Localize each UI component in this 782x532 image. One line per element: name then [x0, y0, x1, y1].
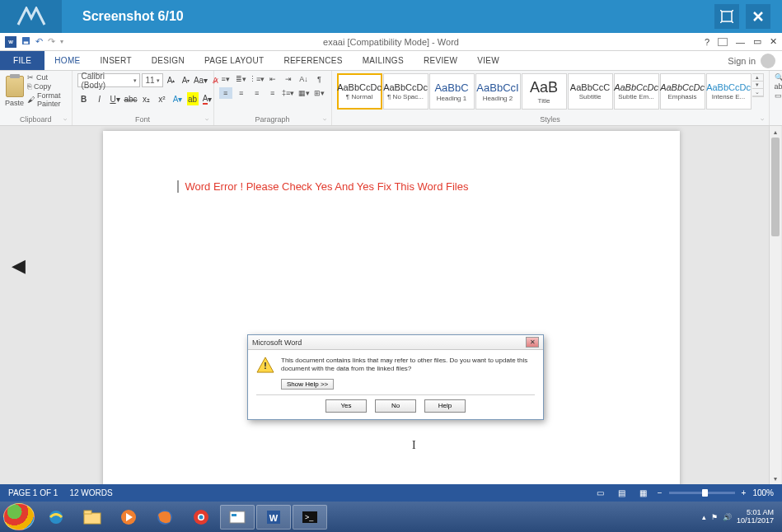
style-swatch[interactable]: AaBbCcCSubtitle: [568, 73, 613, 110]
taskbar-cmd[interactable]: >_: [293, 505, 327, 530]
multilevel-icon[interactable]: ⋮≡▾: [251, 73, 264, 85]
font-family-select[interactable]: Calibri (Body): [77, 73, 140, 87]
dialog-titlebar[interactable]: Microsoft Word ✕: [248, 335, 543, 350]
document-area[interactable]: Word Error ! Please Check Yes And Yes Fi…: [0, 126, 782, 484]
taskbar-firefox[interactable]: [148, 505, 182, 530]
shading-icon[interactable]: ▦▾: [297, 87, 311, 99]
align-left-icon[interactable]: ≡: [219, 87, 232, 99]
zoom-out-button[interactable]: −: [658, 488, 663, 497]
tab-insert[interactable]: INSERT: [91, 51, 142, 70]
style-swatch[interactable]: AaBbCcIHeading 2: [475, 73, 521, 110]
help-icon[interactable]: ?: [705, 37, 709, 47]
strike-button[interactable]: abc: [124, 92, 138, 105]
find-button[interactable]: 🔍Find ▾: [775, 73, 782, 82]
show-help-button[interactable]: Show Help >>: [281, 379, 334, 390]
taskbar-media[interactable]: [111, 505, 146, 530]
maximize-icon[interactable]: ▭: [753, 36, 761, 47]
subscript-button[interactable]: x₂: [140, 92, 153, 105]
grow-font-icon[interactable]: A▴: [165, 74, 178, 87]
tab-page-layout[interactable]: PAGE LAYOUT: [194, 51, 274, 70]
scroll-thumb[interactable]: [771, 138, 780, 236]
qat-save-icon[interactable]: [21, 36, 30, 47]
dialog-yes-button[interactable]: Yes: [325, 399, 367, 413]
status-words[interactable]: 12 WORDS: [69, 488, 112, 497]
close-button[interactable]: [746, 4, 770, 29]
highlight-icon[interactable]: ab: [187, 92, 199, 105]
align-center-icon[interactable]: ≡: [235, 87, 248, 99]
paste-button[interactable]: Paste: [5, 73, 24, 110]
window-close-icon[interactable]: ✕: [770, 36, 777, 47]
dialog-help-button[interactable]: Help: [424, 399, 466, 413]
taskbar-ie[interactable]: [39, 505, 73, 530]
fullscreen-button[interactable]: [714, 4, 739, 29]
dialog-close-button[interactable]: ✕: [526, 337, 539, 348]
font-color-icon[interactable]: A▾: [201, 92, 214, 105]
dialog-no-button[interactable]: No: [375, 399, 416, 413]
web-layout-icon[interactable]: ▦: [636, 488, 651, 499]
show-marks-icon[interactable]: ¶: [313, 73, 326, 85]
document-page[interactable]: Word Error ! Please Check Yes And Yes Fi…: [103, 131, 680, 484]
select-button[interactable]: ▭Select ▾: [775, 91, 782, 100]
avatar-icon[interactable]: [761, 54, 775, 68]
copy-button[interactable]: ⎘Copy: [27, 82, 67, 91]
tab-file[interactable]: FILE: [0, 51, 44, 70]
style-swatch[interactable]: AaBbCcDcIntense E...: [706, 73, 752, 110]
tab-home[interactable]: HOME: [44, 51, 90, 70]
replace-button[interactable]: abReplace: [775, 82, 782, 91]
taskbar-clock[interactable]: 5:01 AM 10/11/2017: [737, 509, 774, 525]
justify-icon[interactable]: ≡: [266, 87, 279, 99]
borders-icon[interactable]: ⊞▾: [313, 87, 326, 99]
tab-review[interactable]: REVIEW: [414, 51, 467, 70]
sort-icon[interactable]: A↓: [297, 73, 311, 85]
tab-references[interactable]: REFERENCES: [274, 51, 352, 70]
style-swatch[interactable]: AaBbCcDc¶ Normal: [337, 73, 382, 110]
text-effects-icon[interactable]: A▾: [171, 92, 185, 105]
numbering-icon[interactable]: ≣▾: [235, 73, 248, 85]
signin-link[interactable]: Sign in: [728, 56, 756, 66]
style-swatch[interactable]: AaBbCcDcEmphasis: [660, 73, 705, 110]
taskbar-word[interactable]: W: [256, 505, 291, 530]
style-swatch[interactable]: AaBbCcDcSubtle Em...: [614, 73, 659, 110]
tab-view[interactable]: VIEW: [467, 51, 509, 70]
style-swatch[interactable]: AaBbCcDc¶ No Spac...: [383, 73, 428, 110]
print-layout-icon[interactable]: ▤: [615, 488, 630, 499]
ribbon-display-icon[interactable]: [718, 38, 728, 46]
bold-button[interactable]: B: [77, 92, 91, 105]
zoom-slider[interactable]: [669, 492, 735, 494]
line-spacing-icon[interactable]: ‡≡▾: [282, 87, 295, 99]
decrease-indent-icon[interactable]: ⇤: [266, 73, 279, 85]
scroll-up-icon[interactable]: ▴: [770, 126, 781, 138]
qat-redo-icon[interactable]: ↷: [48, 36, 55, 47]
superscript-button[interactable]: x²: [156, 92, 169, 105]
status-page[interactable]: PAGE 1 OF 1: [8, 488, 58, 497]
change-case-icon[interactable]: Aa▾: [194, 74, 208, 87]
italic-button[interactable]: I: [93, 92, 106, 105]
increase-indent-icon[interactable]: ⇥: [282, 73, 295, 85]
style-swatch[interactable]: AaBTitle: [522, 73, 567, 110]
style-swatch[interactable]: AaBbCHeading 1: [429, 73, 475, 110]
tray-arrow-icon[interactable]: ▴: [702, 513, 706, 521]
styles-more-button[interactable]: ▴▾⌄: [752, 73, 764, 97]
prev-screenshot-button[interactable]: ◀: [12, 255, 26, 277]
read-mode-icon[interactable]: ▭: [593, 488, 608, 499]
tab-mailings[interactable]: MAILINGS: [353, 51, 414, 70]
align-right-icon[interactable]: ≡: [251, 87, 264, 99]
taskbar-app1[interactable]: [220, 505, 255, 530]
taskbar-chrome[interactable]: [184, 505, 218, 530]
minimize-icon[interactable]: —: [736, 37, 745, 47]
taskbar-explorer[interactable]: [75, 505, 110, 530]
tray-flag-icon[interactable]: ⚑: [711, 513, 718, 521]
start-button[interactable]: [3, 503, 35, 530]
cut-button[interactable]: ✂Cut: [27, 73, 67, 82]
zoom-level[interactable]: 100%: [752, 488, 774, 497]
font-size-select[interactable]: 11: [142, 73, 163, 87]
bullets-icon[interactable]: ≡▾: [219, 73, 232, 85]
qat-undo-icon[interactable]: ↶: [35, 36, 43, 47]
zoom-in-button[interactable]: +: [742, 488, 747, 497]
underline-button[interactable]: U▾: [109, 92, 122, 105]
vertical-scrollbar[interactable]: ▴ ▾: [769, 126, 781, 484]
shrink-font-icon[interactable]: A▾: [180, 74, 193, 87]
format-painter-button[interactable]: 🖌Format Painter: [27, 91, 67, 108]
tray-volume-icon[interactable]: 🔊: [723, 513, 732, 521]
scroll-down-icon[interactable]: ▾: [770, 473, 781, 484]
